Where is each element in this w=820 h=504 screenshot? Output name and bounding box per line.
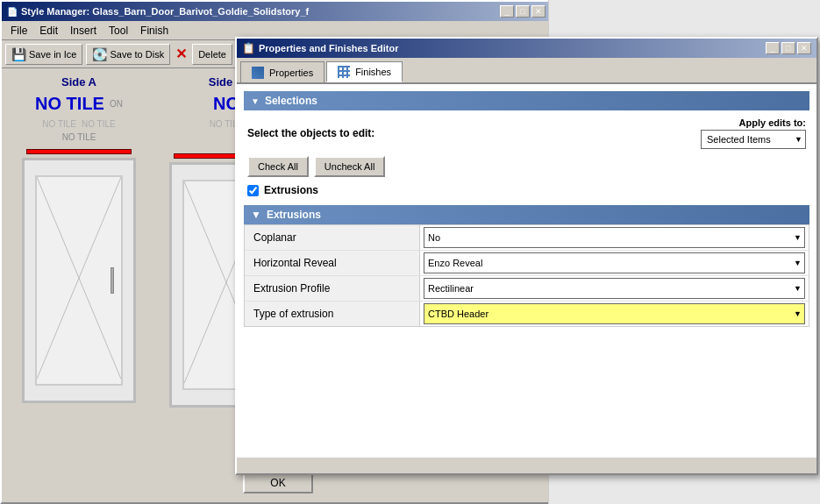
save-ice-icon: 💾	[11, 47, 26, 61]
close-button[interactable]: ✕	[531, 5, 545, 18]
horizontal-reveal-row: Horizontal Reveal Enzo Reveal Standard R…	[245, 251, 809, 276]
side-a-notile-main: NO TILE	[35, 94, 104, 114]
select-objects-row: Select the objects to edit: Apply edits …	[244, 117, 809, 149]
coplanar-row: Coplanar No Yes	[245, 225, 809, 251]
finishes-tab-icon	[338, 66, 350, 78]
properties-titlebar: 📋 Properties and Finishes Editor _ □ ✕	[237, 39, 816, 58]
side-a-door-inner	[35, 175, 123, 386]
prop-maximize-button[interactable]: □	[781, 42, 795, 54]
horizontal-reveal-label: Horizontal Reveal	[245, 251, 420, 275]
tab-bar: Properties Finishes	[237, 58, 816, 84]
apply-edits-group: Apply edits to: Selected Items All Items…	[701, 117, 806, 149]
coplanar-select[interactable]: No Yes	[424, 227, 805, 248]
properties-title: 📋 Properties and Finishes Editor	[242, 42, 399, 54]
delete-button[interactable]: Delete	[192, 44, 232, 65]
side-a-label: Side A	[61, 75, 96, 89]
apply-edits-select-wrapper: Selected Items All Items Checked Items	[701, 130, 806, 149]
side-a-red-bar	[26, 149, 132, 154]
extrusions-collapse-icon: ▼	[251, 209, 261, 221]
prop-tab-icon	[252, 67, 264, 79]
side-a-door-handle	[111, 267, 114, 294]
extrusions-checkbox[interactable]	[247, 185, 259, 196]
type-of-extrusion-value-cell: CTBD Header Standard Custom	[420, 302, 809, 326]
save-in-ice-button[interactable]: 💾 Save in Ice	[5, 44, 82, 65]
save-disk-icon: 💽	[92, 47, 107, 61]
maximize-button[interactable]: □	[516, 5, 530, 18]
side-a-notile-small3: NO TILE	[62, 132, 96, 142]
coplanar-label: Coplanar	[245, 225, 420, 250]
tab-finishes[interactable]: Finishes	[326, 61, 403, 82]
side-a-on-label: ON	[110, 99, 123, 109]
menu-insert[interactable]: Insert	[65, 24, 102, 38]
coplanar-value-cell: No Yes	[420, 225, 809, 250]
extrusion-profile-select[interactable]: Rectilinear Curved Custom	[424, 278, 805, 299]
extrusions-section-header: ▼ Extrusions	[244, 205, 809, 224]
extrusions-checkbox-row: Extrusions	[244, 184, 809, 196]
prop-close-button[interactable]: ✕	[797, 42, 811, 54]
extrusion-profile-label: Extrusion Profile	[245, 276, 420, 301]
coplanar-select-wrapper: No Yes	[424, 227, 805, 248]
properties-grid: Coplanar No Yes Horizontal Reveal	[244, 224, 809, 327]
titlebar-controls: _ □ ✕	[500, 5, 545, 18]
uncheck-all-button[interactable]: Uncheck All	[314, 156, 385, 177]
extrusion-profile-row: Extrusion Profile Rectilinear Curved Cus…	[245, 276, 809, 302]
type-of-extrusion-label: Type of extrusion	[245, 302, 420, 326]
menu-tool[interactable]: Tool	[103, 24, 133, 38]
side-a-notile-row: NO TILE NO TILE	[42, 119, 115, 129]
check-all-button[interactable]: Check All	[247, 156, 309, 177]
menu-edit[interactable]: Edit	[34, 24, 63, 38]
side-a-diagonal-lines	[37, 177, 121, 379]
delete-x-icon: ✕	[174, 46, 189, 62]
horizontal-reveal-select[interactable]: Enzo Reveal Standard Reveal No Reveal	[424, 252, 805, 273]
apply-edits-label: Apply edits to:	[739, 117, 806, 128]
ok-button[interactable]: OK	[243, 472, 313, 493]
extrusion-profile-value-cell: Rectilinear Curved Custom	[420, 276, 809, 301]
type-of-extrusion-select-wrapper: CTBD Header Standard Custom	[424, 303, 805, 324]
style-manager-titlebar: 📄 Style Manager: Glass_Barn_Door_Barivot…	[2, 2, 551, 21]
menu-finish[interactable]: Finish	[135, 24, 174, 38]
selections-collapse-icon: ▼	[251, 96, 260, 106]
minimize-button[interactable]: _	[500, 5, 514, 18]
save-to-disk-button[interactable]: 💽 Save to Disk	[86, 44, 170, 65]
horizontal-reveal-select-wrapper: Enzo Reveal Standard Reveal No Reveal	[424, 252, 805, 273]
side-a-door-frame	[22, 158, 136, 403]
properties-editor-window: 📋 Properties and Finishes Editor _ □ ✕ P…	[235, 37, 818, 475]
tab-content: ▼ Selections Select the objects to edit:…	[237, 84, 816, 458]
side-a-panel: Side A NO TILE ON NO TILE NO TILE NO TIL…	[9, 75, 149, 408]
extrusion-profile-select-wrapper: Rectilinear Curved Custom	[424, 278, 805, 299]
type-of-extrusion-row: Type of extrusion CTBD Header Standard C…	[245, 302, 809, 326]
type-of-extrusion-select[interactable]: CTBD Header Standard Custom	[424, 303, 805, 324]
check-buttons-row: Check All Uncheck All	[244, 156, 809, 177]
menu-file[interactable]: File	[5, 24, 32, 38]
properties-icon: 📋	[242, 42, 255, 54]
tab-properties[interactable]: Properties	[240, 61, 324, 82]
horizontal-reveal-value-cell: Enzo Reveal Standard Reveal No Reveal	[420, 251, 809, 275]
extrusions-checkbox-label: Extrusions	[264, 184, 318, 196]
bottom-bar: OK	[2, 472, 554, 493]
selections-section-header: ▼ Selections	[244, 91, 809, 110]
select-objects-label: Select the objects to edit:	[247, 127, 374, 139]
apply-edits-select[interactable]: Selected Items All Items Checked Items	[701, 130, 806, 149]
prop-minimize-button[interactable]: _	[766, 42, 780, 54]
prop-titlebar-controls: _ □ ✕	[766, 42, 811, 54]
style-manager-title: 📄 Style Manager: Glass_Barn_Door_Barivot…	[7, 6, 309, 17]
